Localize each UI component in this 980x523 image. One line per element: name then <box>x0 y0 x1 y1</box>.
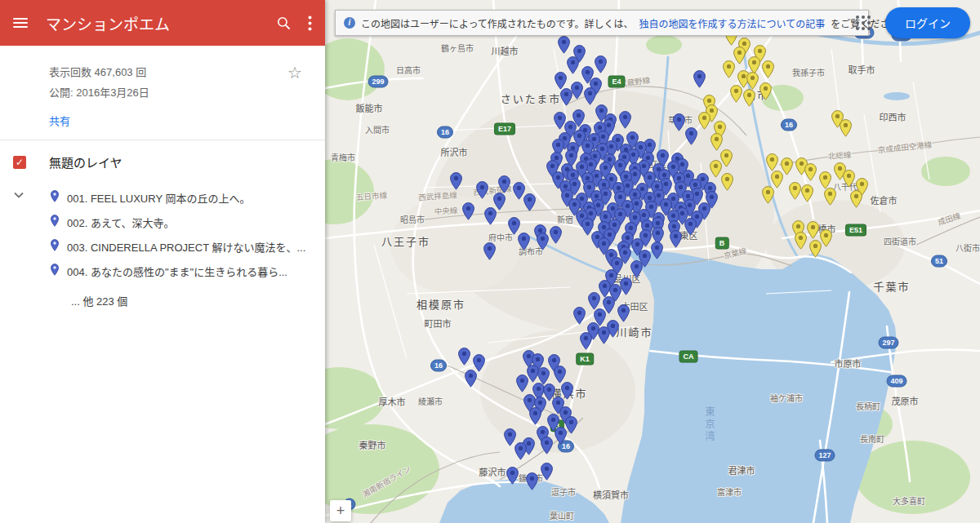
map-pin-blue[interactable] <box>685 127 697 145</box>
map-pin-blue[interactable] <box>693 70 706 88</box>
map-pin-blue[interactable] <box>450 172 462 190</box>
map-pin-blue[interactable] <box>554 366 566 383</box>
map-pin-blue[interactable] <box>595 55 607 73</box>
map-pin-blue[interactable] <box>518 233 530 250</box>
map-pin-blue[interactable] <box>514 442 527 460</box>
list-item-label: 002. あえて、深大寺。 <box>67 215 175 230</box>
pin-icon <box>51 215 59 229</box>
map-pin-blue[interactable] <box>684 218 697 236</box>
map-pin-yellow[interactable] <box>809 240 822 258</box>
layer-item-list: 001. FEEL LUXURY 岡本の丘の上へ。002. あえて、深大寺。00… <box>51 185 325 283</box>
map-pin-yellow[interactable] <box>819 171 831 189</box>
pin-icon <box>51 239 59 254</box>
chevron-down-icon[interactable] <box>14 188 24 201</box>
map-pin-blue[interactable] <box>483 242 496 260</box>
map-pin-yellow[interactable] <box>760 82 772 100</box>
map-pin-blue[interactable] <box>598 326 610 344</box>
list-item[interactable]: 004. あなたの感性の"まま"に生きられる暮ら... <box>51 259 325 283</box>
map-pin-blue[interactable] <box>619 111 631 129</box>
map-pin-yellow[interactable] <box>766 153 778 171</box>
map-pin-blue[interactable] <box>555 427 567 445</box>
map-pin-blue[interactable] <box>588 292 600 310</box>
map-pin-blue[interactable] <box>506 467 519 485</box>
map-pin-yellow[interactable] <box>710 133 723 151</box>
map-pin-yellow[interactable] <box>743 89 755 107</box>
map-pin-yellow[interactable] <box>730 85 742 103</box>
map-base-art <box>325 0 980 523</box>
map-pin-blue[interactable] <box>462 202 474 220</box>
star-icon[interactable]: ☆ <box>283 62 307 83</box>
map-pin-yellow[interactable] <box>723 60 735 78</box>
published-date: 公開: 2016年3月26日 <box>49 84 305 100</box>
map-canvas[interactable]: さいたま市柏市八王子市相模原市川崎市横浜市千葉市川越市鶴ヶ島市日高市飯能市入間市… <box>325 0 980 523</box>
map-pin-blue[interactable] <box>573 307 586 325</box>
map-pin-blue[interactable] <box>498 175 510 193</box>
map-pin-yellow[interactable] <box>820 229 832 247</box>
map-pin-yellow[interactable] <box>801 184 813 202</box>
map-pin-blue[interactable] <box>558 36 570 54</box>
map-pin-yellow[interactable] <box>733 47 746 64</box>
map-pin-blue[interactable] <box>580 332 592 350</box>
list-item-label: 003. CINDERELLA PROJECT 解けない魔法を、... <box>67 239 305 255</box>
sidebar-header: マンションポエム <box>0 0 325 46</box>
zoom-in-button[interactable]: + <box>330 500 351 521</box>
map-pin-yellow[interactable] <box>840 119 852 137</box>
top-right-controls: ログイン <box>856 7 970 38</box>
map-pin-yellow[interactable] <box>762 186 774 204</box>
map-pin-yellow[interactable] <box>804 163 817 181</box>
search-icon[interactable] <box>276 16 292 31</box>
map-pin-yellow[interactable] <box>843 170 855 188</box>
list-item-label: 004. あなたの感性の"まま"に生きられる暮ら... <box>67 264 287 279</box>
map-pin-blue[interactable] <box>476 181 488 199</box>
list-item[interactable]: 003. CINDERELLA PROJECT 解けない魔法を、... <box>51 234 325 259</box>
map-pin-yellow[interactable] <box>698 112 710 130</box>
map-pin-blue[interactable] <box>550 226 562 244</box>
map-pin-blue[interactable] <box>567 56 579 74</box>
share-link[interactable]: 共有 <box>49 115 70 127</box>
map-pin-blue[interactable] <box>541 463 553 481</box>
notice-text: この地図はユーザーによって作成されたものです。詳しくは、 <box>361 16 634 30</box>
sidebar: マンションポエム 表示回数 467,603 回 公開: 2016年3月26日 共… <box>0 0 325 523</box>
map-pin-yellow[interactable] <box>824 188 836 206</box>
map-pin-blue[interactable] <box>516 375 528 392</box>
layer-checkbox[interactable]: ✓ <box>13 156 26 169</box>
map-pin-blue[interactable] <box>555 72 567 90</box>
map-pin-blue[interactable] <box>484 207 497 225</box>
map-pin-blue[interactable] <box>560 88 572 106</box>
map-pin-yellow[interactable] <box>807 221 819 239</box>
map-pin-yellow[interactable] <box>710 160 722 178</box>
map-pin-blue[interactable] <box>537 233 549 250</box>
more-options-icon[interactable] <box>308 16 312 31</box>
map-pin-blue[interactable] <box>465 370 477 388</box>
map-pin-blue[interactable] <box>458 348 470 366</box>
menu-icon[interactable] <box>13 18 28 28</box>
google-apps-icon[interactable] <box>856 16 871 30</box>
list-item[interactable]: 002. あえて、深大寺。 <box>51 210 325 234</box>
map-pin-yellow[interactable] <box>789 182 801 200</box>
map-pin-yellow[interactable] <box>762 60 774 78</box>
map-pin-blue[interactable] <box>630 260 643 278</box>
map-pin-blue[interactable] <box>620 277 632 295</box>
map-pin-yellow[interactable] <box>850 190 862 208</box>
map-pin-yellow[interactable] <box>746 72 759 90</box>
map-pin-blue[interactable] <box>541 437 553 454</box>
map-meta: 表示回数 467,603 回 公開: 2016年3月26日 共有 ☆ <box>0 46 325 140</box>
map-pin-blue[interactable] <box>673 113 685 131</box>
map-pin-blue[interactable] <box>651 242 663 259</box>
map-pin-blue[interactable] <box>617 304 630 322</box>
map-pin-blue[interactable] <box>529 407 541 425</box>
map-pin-blue[interactable] <box>523 193 536 211</box>
map-pin-blue[interactable] <box>571 82 583 100</box>
map-pin-yellow[interactable] <box>720 149 733 167</box>
map-pin-blue[interactable] <box>526 472 538 490</box>
layer-name: 無題のレイヤ <box>49 153 122 171</box>
map-pin-yellow[interactable] <box>721 173 733 191</box>
more-items-label[interactable]: ... 他 223 個 <box>51 283 325 308</box>
map-pin-blue[interactable] <box>670 230 682 248</box>
notice-link[interactable]: 独自の地図を作成する方法についての記事 <box>639 16 826 30</box>
map-pin-blue[interactable] <box>565 416 577 434</box>
login-button[interactable]: ログイン <box>885 7 970 38</box>
map-pin-yellow[interactable] <box>795 232 807 250</box>
map-pin-blue[interactable] <box>584 87 596 105</box>
list-item[interactable]: 001. FEEL LUXURY 岡本の丘の上へ。 <box>51 185 325 210</box>
